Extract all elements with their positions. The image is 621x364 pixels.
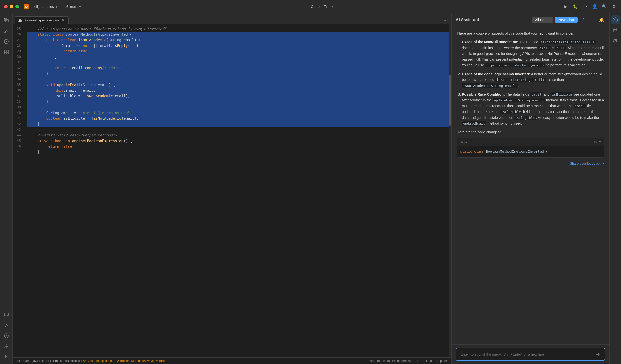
ai-input-area	[452, 344, 609, 364]
tab-booleaninspections[interactable]: ☕ BooleanInspections.java ✕	[15, 16, 69, 24]
code-line-34	[27, 76, 449, 82]
titlebar: IJ intellij-samples ▾ ⎇ main ▾ Current F…	[0, 0, 621, 13]
code-line-38: }	[27, 99, 449, 104]
ai-notification-icon[interactable]: 🔔	[598, 16, 605, 23]
branch-chevron-icon: ▾	[79, 5, 81, 9]
titlebar-actions: ▶ 🐛 ⋯ 👤 🔍 ⚙	[563, 4, 617, 9]
code-scrollbar-thumb[interactable]	[449, 75, 451, 126]
ai-point-3: Possible Race Condition: The data fields…	[462, 92, 604, 127]
line-num-38: 38	[13, 99, 23, 104]
svg-line-6	[5, 31, 6, 32]
svg-rect-10	[4, 50, 6, 52]
code-scrollbar[interactable]	[449, 24, 451, 357]
run-button[interactable]: ▶	[563, 4, 569, 9]
code-line-26: static class BooleanMethodIsAlwaysInvert…	[27, 32, 449, 37]
m-icon[interactable]: m	[611, 36, 620, 45]
code-line-25: //Run inspection by name: "Boolean metho…	[27, 26, 449, 32]
sidebar-item-plugins[interactable]	[2, 47, 11, 57]
more-options-button[interactable]: ⋯	[582, 4, 588, 9]
svg-point-22	[6, 347, 7, 348]
sidebar-item-vcs[interactable]	[2, 26, 11, 36]
account-icon[interactable]: 👤	[592, 4, 598, 9]
sidebar-item-problems[interactable]	[2, 331, 11, 341]
right-sidebar: m	[609, 13, 621, 364]
project-chevron-icon: ▾	[56, 5, 57, 9]
ai-assistant-icon[interactable]	[611, 15, 620, 24]
code-line-40: String email = "intellij@jetbrains.edu";	[27, 110, 449, 116]
code-line-30: }	[27, 54, 449, 60]
sidebar-item-terminal[interactable]	[2, 310, 11, 319]
ai-chat-content[interactable]: There are a couple of aspects of this co…	[452, 26, 609, 344]
traffic-lights	[4, 5, 19, 8]
ai-minimize-icon[interactable]: −	[589, 16, 596, 23]
line-num-29: 29	[13, 48, 23, 54]
ai-more-options-icon[interactable]: ⋮	[580, 16, 587, 23]
line-num-27: 27	[13, 37, 23, 43]
line-num-31: 31	[13, 60, 23, 65]
line-numbers: 25 26 27 28 29 30 31 32 33 34 35 36 37 3…	[13, 24, 27, 357]
main-layout: ···	[0, 13, 621, 364]
ai-send-button[interactable]	[594, 351, 601, 358]
code-line-45: private boolean anotherBooleanExpression…	[27, 138, 449, 144]
ai-panel: AI Assistant All Chats New Chat ⋮ − 🔔 Th…	[451, 13, 609, 364]
branch-icon: ⎇	[64, 5, 69, 9]
ai-tab-all-chats[interactable]: All Chats	[532, 17, 553, 23]
line-num-39: 39	[13, 104, 23, 110]
code-line-39	[27, 104, 449, 110]
line-num-26: 26	[13, 32, 23, 37]
line-num-35: 35	[13, 82, 23, 88]
svg-point-23	[5, 355, 6, 356]
ai-intro-message: There are a couple of aspects of this co…	[457, 31, 604, 135]
line-num-41: 41	[13, 116, 23, 121]
ai-code-block-body: static class BooleanMethodIsAlwaysInvert…	[457, 146, 604, 157]
minimize-button[interactable]	[10, 5, 13, 8]
project-selector[interactable]: IJ intellij-samples ▾	[24, 4, 57, 9]
database-icon[interactable]	[611, 25, 620, 35]
ai-point-1: Usage of the NonNull annotation: The met…	[462, 39, 604, 68]
sidebar-item-run[interactable]	[2, 37, 11, 46]
sidebar-item-more[interactable]: ···	[2, 58, 11, 68]
line-num-25: 25	[13, 26, 23, 32]
close-button[interactable]	[4, 5, 8, 8]
code-line-47: }	[27, 149, 449, 155]
svg-point-4	[7, 32, 8, 33]
ai-point-2: Usage of the code logic seems inverted: …	[462, 71, 604, 89]
sidebar-item-warnings[interactable]	[2, 342, 11, 351]
code-editor[interactable]: 25 26 27 28 29 30 31 32 33 34 35 36 37 3…	[13, 24, 451, 357]
sidebar-item-git[interactable]	[2, 352, 11, 362]
search-icon[interactable]: 🔍	[602, 4, 607, 9]
branch-selector[interactable]: ⎇ main ▾	[64, 5, 81, 9]
tab-more-button[interactable]: ⋯	[442, 17, 449, 24]
ai-new-chat-button[interactable]: New Chat	[555, 17, 578, 23]
breadcrumb: src › main › java › com › jetbrains › in…	[16, 359, 165, 363]
line-ending: LF	[416, 359, 419, 363]
tab-close-button[interactable]: ✕	[61, 18, 65, 22]
svg-marker-9	[6, 41, 7, 42]
code-line-33: }	[27, 71, 449, 76]
code-line-35: void updateEmail(String email) {	[27, 82, 449, 88]
sidebar-item-project[interactable]	[2, 15, 11, 25]
encoding: UTF-8	[423, 359, 432, 363]
line-num-32: 32	[13, 65, 23, 71]
line-num-28: 28	[13, 43, 23, 48]
svg-rect-13	[7, 52, 8, 54]
settings-icon[interactable]: ⚙	[611, 4, 617, 9]
code-line-29: return true;	[27, 48, 449, 54]
ai-input-field[interactable]	[460, 352, 592, 358]
copy-icon[interactable]: ⧉	[594, 140, 597, 144]
line-num-40: 40	[13, 110, 23, 116]
code-line-41: boolean isEligible = !isNotAcademic(emai…	[27, 116, 449, 121]
svg-rect-14	[4, 313, 8, 316]
line-num-44: 44	[13, 132, 23, 138]
expand-icon[interactable]: ≡	[599, 140, 601, 144]
svg-rect-12	[4, 52, 6, 54]
titlebar-dropdown-icon[interactable]: ▾	[331, 5, 333, 9]
ai-feedback-link[interactable]: Share your feedback ↗	[457, 162, 604, 165]
line-num-47: 47	[13, 149, 23, 155]
debug-button[interactable]: 🐛	[573, 4, 578, 9]
sidebar-item-run2[interactable]	[2, 320, 11, 330]
code-line-28: if (email == null || email.isEmpty()) {	[27, 43, 449, 48]
ai-header-actions: All Chats New Chat ⋮ − 🔔	[532, 16, 605, 23]
code-content[interactable]: //Run inspection by name: "Boolean metho…	[27, 24, 449, 357]
maximize-button[interactable]	[15, 5, 19, 8]
